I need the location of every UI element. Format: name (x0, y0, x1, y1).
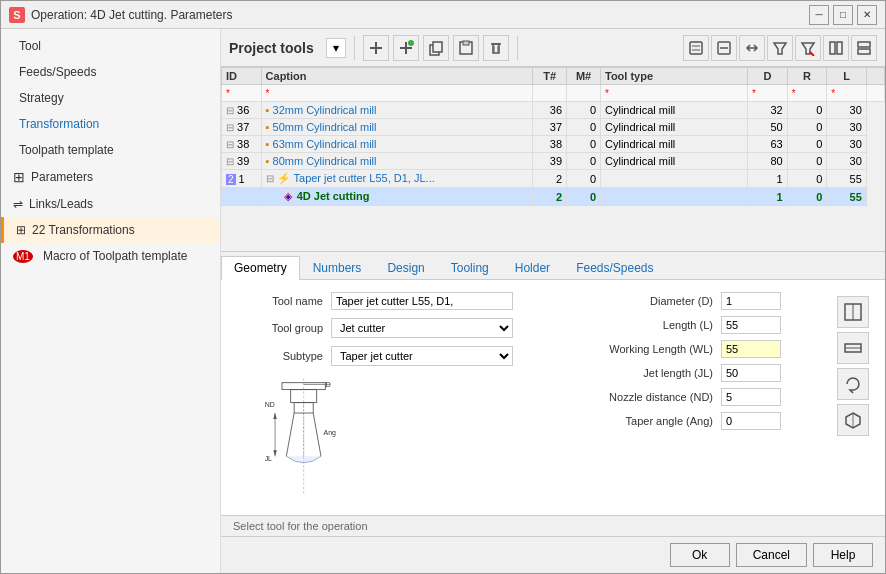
params-grid: Diameter (D) Length (L) Working Length (… (533, 292, 813, 430)
sidebar-item-links-leads[interactable]: ⇌ Links/Leads (1, 191, 220, 217)
param-nd-input[interactable] (721, 388, 781, 406)
subtype-select[interactable]: Taper jet cutter (331, 346, 513, 366)
tab-tooling[interactable]: Tooling (438, 256, 502, 279)
sidebar-item-toolpath-template[interactable]: Toolpath template (1, 137, 220, 163)
param-wl-label: Working Length (WL) (533, 343, 713, 355)
toolbar-dropdown[interactable]: ▾ (326, 38, 346, 58)
param-ang-label: Taper angle (Ang) (533, 415, 713, 427)
front-view-icon (843, 302, 863, 322)
sidebar-item-feeds-speeds[interactable]: Feeds/Speeds (1, 59, 220, 85)
copy-button[interactable] (423, 35, 449, 61)
row-t: 38 (533, 136, 567, 153)
row-tool-type (601, 170, 748, 188)
tab-holder[interactable]: Holder (502, 256, 563, 279)
delete-button[interactable] (483, 35, 509, 61)
tool-group-select[interactable]: Jet cutter (331, 318, 513, 338)
sidebar-item-label: Toolpath template (19, 143, 114, 157)
view-rotate-button[interactable] (837, 368, 869, 400)
sidebar-item-parameters[interactable]: ⊞ Parameters (1, 163, 220, 191)
sidebar-item-transformations[interactable]: ⊞ 22 Transformations (1, 217, 220, 243)
help-button[interactable]: Help (813, 543, 873, 567)
filter-r: * (787, 85, 827, 102)
row-caption-link[interactable]: 80mm Cylindrical mill (273, 155, 377, 167)
filter2-button[interactable] (711, 35, 737, 61)
view-3d-button[interactable] (837, 404, 869, 436)
row-id: ⊟ 36 (222, 102, 262, 119)
funnel2-icon (800, 40, 816, 56)
add-icon (368, 40, 384, 56)
tool-name-label: Tool name (233, 295, 323, 307)
arrows-button[interactable] (739, 35, 765, 61)
table-row[interactable]: ⊟ 39 ▪ 80mm Cylindrical mill 39 0 Cylind… (222, 153, 885, 170)
filter-l: * (827, 85, 867, 102)
tab-design[interactable]: Design (374, 256, 437, 279)
param-diameter-input[interactable] (721, 292, 781, 310)
sidebar-item-tool[interactable]: Tool (1, 33, 220, 59)
tab-numbers[interactable]: Numbers (300, 256, 375, 279)
row-caption-link-selected[interactable]: 4D Jet cutting (297, 190, 370, 202)
row-caption-link[interactable]: 63mm Cylindrical mill (273, 138, 377, 150)
table-row[interactable]: ⊟ 38 ▪ 63mm Cylindrical mill 38 0 Cylind… (222, 136, 885, 153)
row-caption-link[interactable]: 50mm Cylindrical mill (273, 121, 377, 133)
paste-button[interactable] (453, 35, 479, 61)
minimize-button[interactable]: ─ (809, 5, 829, 25)
row-d: 1 (748, 170, 788, 188)
table-row[interactable]: 2 1 ⊟ ⚡ Taper jet cutter L55, D1, JL... … (222, 170, 885, 188)
title-bar-left: S Operation: 4D Jet cutting. Parameters (9, 7, 232, 23)
row-tool-type: Cylindrical mill (601, 153, 748, 170)
add-tool-button[interactable] (363, 35, 389, 61)
table-row[interactable]: ⊟ 37 ▪ 50mm Cylindrical mill 37 0 Cylind… (222, 119, 885, 136)
param-wl-input[interactable] (721, 340, 781, 358)
filter-scroll (866, 85, 884, 102)
param-length-input[interactable] (721, 316, 781, 334)
view-side-button[interactable] (837, 332, 869, 364)
svg-rect-24 (858, 49, 870, 54)
filter3-button[interactable] (767, 35, 793, 61)
sidebar-item-label: Tool (19, 39, 41, 53)
table-row[interactable]: ⊟ 36 ▪ 32mm Cylindrical mill 36 0 Cylind… (222, 102, 885, 119)
close-button[interactable]: ✕ (857, 5, 877, 25)
tool-name-input[interactable] (331, 292, 513, 310)
delete-icon (488, 40, 504, 56)
tab-geometry[interactable]: Geometry (221, 256, 300, 280)
row-r: 0 (787, 153, 827, 170)
filter4-button[interactable] (795, 35, 821, 61)
layout1-button[interactable] (823, 35, 849, 61)
param-jet-length: Jet length (JL) (533, 364, 813, 382)
separator-1 (354, 36, 355, 60)
maximize-button[interactable]: □ (833, 5, 853, 25)
links-leads-icon: ⇌ (13, 197, 23, 211)
row-caption-link[interactable]: Taper jet cutter L55, D1, JL... (294, 172, 435, 184)
table-row-selected[interactable]: ◈ 4D Jet cutting 2 0 1 0 55 (222, 188, 885, 206)
tool-diagram-svg: D ND (248, 374, 368, 504)
row-tool-type: Cylindrical mill (601, 102, 748, 119)
cancel-button[interactable]: Cancel (736, 543, 807, 567)
svg-rect-22 (837, 42, 842, 54)
row-l: 30 (827, 153, 867, 170)
add-alt-button[interactable] (393, 35, 419, 61)
sidebar-item-macro[interactable]: M1 Macro of Toolpath template (1, 243, 220, 269)
tab-feeds-speeds[interactable]: Feeds/Speeds (563, 256, 666, 279)
sidebar-item-label: 22 Transformations (32, 223, 135, 237)
table-filter-row: * * * * * * (222, 85, 885, 102)
row-m: 0 (567, 170, 601, 188)
row-m: 0 (567, 153, 601, 170)
col-header-tool-type: Tool type (601, 68, 748, 85)
tool-diagram: D ND (233, 374, 383, 504)
ok-button[interactable]: Ok (670, 543, 730, 567)
param-jl-input[interactable] (721, 364, 781, 382)
param-diameter-label: Diameter (D) (533, 295, 713, 307)
sidebar-item-transformation[interactable]: Transformation (1, 111, 220, 137)
layout2-button[interactable] (851, 35, 877, 61)
sidebar-item-strategy[interactable]: Strategy (1, 85, 220, 111)
row-tool-type: Cylindrical mill (601, 136, 748, 153)
filter-caption: * (261, 85, 533, 102)
param-diameter: Diameter (D) (533, 292, 813, 310)
row-l: 55 (827, 170, 867, 188)
filter-tool-type: * (601, 85, 748, 102)
view-front-button[interactable] (837, 296, 869, 328)
param-ang-input[interactable] (721, 412, 781, 430)
filter1-button[interactable] (683, 35, 709, 61)
row-caption-link[interactable]: 32mm Cylindrical mill (273, 104, 377, 116)
row-d: 80 (748, 153, 788, 170)
